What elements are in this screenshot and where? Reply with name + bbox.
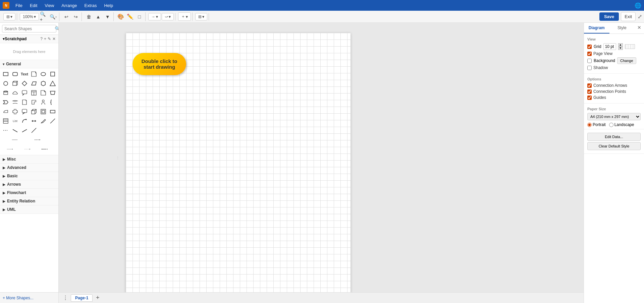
panel-close-button[interactable]: ✕ — [635, 23, 644, 34]
menu-file[interactable]: File — [12, 2, 26, 9]
shape-speech[interactable] — [20, 107, 29, 116]
shape-ellipse[interactable] — [39, 70, 48, 78]
landscape-label[interactable]: Landscape — [609, 122, 634, 127]
shape-folded[interactable] — [39, 88, 48, 97]
canvas-page[interactable]: Double click to start drawing — [126, 33, 351, 293]
shape-trapezoid[interactable] — [48, 88, 57, 97]
shape-dotted[interactable] — [1, 126, 10, 135]
insert-button[interactable]: ＋ ▾ — [178, 12, 191, 21]
menu-help[interactable]: Help — [101, 2, 116, 9]
shape-rectangle[interactable] — [1, 70, 10, 78]
shape-hexagon[interactable] — [39, 79, 48, 88]
shape-square[interactable] — [48, 70, 57, 78]
search-input[interactable] — [4, 26, 55, 31]
grid-value-input[interactable] — [603, 43, 616, 50]
section-flowchart[interactable]: ▶ Flowchart — [0, 189, 58, 197]
shape-cylinder[interactable] — [1, 88, 10, 97]
sidebar-resize-handle[interactable]: ⋮ — [117, 23, 119, 292]
shape-line-dashed1[interactable] — [29, 135, 46, 144]
background-checkbox[interactable] — [587, 59, 592, 63]
clear-default-style-button[interactable]: Clear Default Style — [587, 142, 641, 150]
shape-box3d[interactable] — [30, 107, 38, 116]
shape-chevron[interactable] — [1, 98, 10, 107]
shape-line-solid[interactable] — [1, 135, 28, 144]
section-arrows[interactable]: ▶ Arrows — [0, 180, 58, 189]
shape-rounded-rect[interactable] — [11, 70, 19, 78]
waypoint-style-selector[interactable]: ⤻ ▾ — [162, 13, 174, 20]
diagram-selector[interactable]: ⊞ ▾ — [3, 13, 15, 20]
more-shapes-button[interactable]: + More Shapes... — [3, 296, 34, 300]
redo-button[interactable]: ↪ — [71, 12, 80, 21]
portrait-radio[interactable] — [587, 123, 592, 127]
add-page-button[interactable]: + — [94, 294, 101, 302]
scratchpad-add-icon[interactable]: + — [44, 37, 46, 41]
shape-ribbon[interactable] — [11, 98, 19, 107]
save-button[interactable]: Save — [599, 12, 619, 21]
edit-data-button[interactable]: Edit Data... — [587, 133, 641, 141]
shadow-checkbox[interactable] — [587, 66, 592, 70]
zoom-selector[interactable]: 100% ▾ — [20, 13, 39, 20]
tab-more-button[interactable]: ⋮ — [61, 294, 69, 302]
landscape-radio[interactable] — [609, 123, 613, 127]
connection-points-checkbox[interactable] — [587, 89, 592, 94]
tab-diagram[interactable]: Diagram — [584, 23, 609, 34]
fill-color-button[interactable]: 🎨 — [116, 12, 125, 21]
grid-step-down[interactable]: ▼ — [618, 47, 623, 50]
fullscreen-button[interactable]: ⤢ — [638, 13, 642, 20]
menu-arrange[interactable]: Arrange — [58, 2, 80, 9]
canvas-area[interactable]: ⋮ Double click to start drawing ⋮ Page-1… — [59, 23, 584, 303]
shape-text[interactable]: Text — [20, 70, 29, 78]
shape-frame[interactable] — [39, 107, 48, 116]
connection-arrows-checkbox[interactable] — [587, 83, 592, 88]
shape-parallelogram[interactable] — [30, 79, 38, 88]
shape-double-arrow[interactable] — [30, 117, 38, 125]
grid-checkbox[interactable] — [587, 45, 592, 49]
menu-view[interactable]: View — [41, 2, 57, 9]
shape-table[interactable] — [30, 88, 38, 97]
grid-step-up[interactable]: ▲ — [618, 43, 623, 47]
shape-diagonal2[interactable] — [11, 126, 19, 135]
scratchpad-edit-icon[interactable]: ✎ — [48, 37, 51, 41]
shape-diagonal3[interactable] — [20, 126, 29, 135]
shape-line-arrow[interactable] — [36, 145, 53, 154]
shape-triangle[interactable] — [48, 79, 57, 88]
shape-cross[interactable] — [11, 107, 19, 116]
shape-line-dashed2[interactable] — [1, 145, 18, 154]
scratchpad-help-icon[interactable]: ? — [40, 37, 43, 41]
language-icon[interactable]: 🌐 — [635, 2, 641, 9]
delete-button[interactable]: 🗑 — [85, 12, 93, 21]
shape-list-item[interactable]: List — [11, 117, 19, 125]
page-view-checkbox[interactable] — [587, 52, 592, 56]
shape-circle[interactable] — [1, 79, 10, 88]
shape-doc[interactable] — [20, 98, 29, 107]
exit-button[interactable]: Exit — [621, 12, 636, 21]
tab-style[interactable]: Style — [609, 23, 635, 34]
menu-extras[interactable]: Extras — [81, 2, 100, 9]
arrow-style-selector[interactable]: → ▾ — [148, 13, 161, 20]
shape-rect2[interactable] — [48, 107, 57, 116]
shape-diamond[interactable] — [20, 79, 29, 88]
section-misc[interactable]: ▶ Misc — [0, 155, 58, 164]
shape-brace[interactable] — [48, 98, 57, 107]
shape-diagonal1[interactable] — [48, 117, 57, 125]
section-uml[interactable]: ▶ UML — [0, 205, 58, 214]
shape-cloud[interactable] — [11, 88, 19, 97]
shadow-button[interactable]: □ — [135, 12, 144, 21]
shape-line-dotted[interactable] — [19, 145, 36, 154]
shape-callout[interactable] — [20, 88, 29, 97]
undo-button[interactable]: ↩ — [62, 12, 71, 21]
section-general[interactable]: ▾ General — [0, 60, 58, 68]
guides-checkbox[interactable] — [587, 96, 592, 100]
shape-person[interactable] — [39, 98, 48, 107]
shape-pen[interactable] — [39, 117, 48, 125]
shape-slash[interactable] — [30, 126, 38, 135]
menu-edit[interactable]: Edit — [26, 2, 41, 9]
to-back-button[interactable]: ▼ — [103, 12, 112, 21]
shape-curve-arrow[interactable] — [20, 117, 29, 125]
shape-note[interactable] — [30, 70, 38, 78]
paper-size-select[interactable]: A4 (210 mm x 297 mm) — [587, 113, 641, 120]
shape-irregular[interactable] — [30, 98, 38, 107]
change-background-button[interactable]: Change — [617, 57, 636, 64]
shape-3d-rect[interactable] — [11, 79, 19, 88]
section-basic[interactable]: ▶ Basic — [0, 172, 58, 180]
